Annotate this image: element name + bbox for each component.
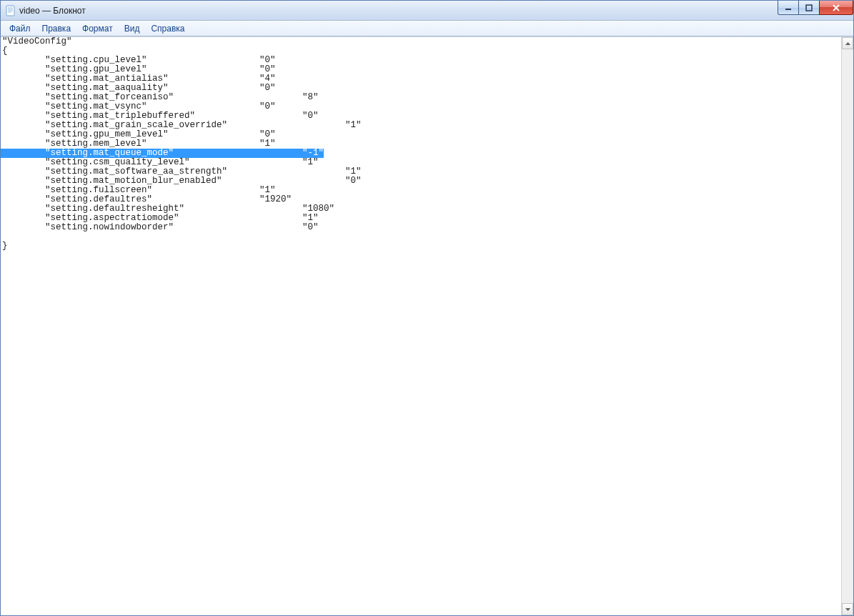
menu-edit[interactable]: Правка (36, 22, 77, 35)
menu-help[interactable]: Справка (145, 22, 190, 35)
content-area: "VideoConfig"{ "setting.cpu_level" "0" "… (1, 36, 853, 615)
window-controls (778, 1, 853, 15)
vertical-scrollbar[interactable] (841, 37, 853, 615)
close-button[interactable] (819, 1, 853, 15)
menu-format[interactable]: Формат (76, 22, 119, 35)
scroll-track[interactable] (842, 49, 853, 603)
window-title: video — Блокнот (19, 6, 86, 16)
editor-line[interactable]: "VideoConfig" (1, 37, 841, 46)
svg-rect-5 (785, 9, 791, 10)
menu-view[interactable]: Вид (119, 22, 146, 35)
editor-line[interactable] (1, 232, 841, 242)
menu-file[interactable]: Файл (4, 22, 36, 35)
app-window: video — Блокнот Файл Правка Формат Вид С… (0, 0, 854, 616)
minimize-button[interactable] (778, 1, 799, 15)
text-editor[interactable]: "VideoConfig"{ "setting.cpu_level" "0" "… (1, 37, 841, 615)
scroll-down-arrow-icon[interactable] (842, 603, 853, 615)
editor-line[interactable]: } (1, 242, 841, 251)
svg-rect-6 (806, 5, 812, 11)
editor-line[interactable]: "setting.nowindowborder" "0" (1, 223, 841, 232)
titlebar[interactable]: video — Блокнот (1, 1, 853, 21)
notepad-icon (5, 5, 16, 16)
maximize-button[interactable] (798, 1, 820, 15)
scroll-up-arrow-icon[interactable] (842, 37, 853, 49)
menubar: Файл Правка Формат Вид Справка (1, 21, 853, 36)
